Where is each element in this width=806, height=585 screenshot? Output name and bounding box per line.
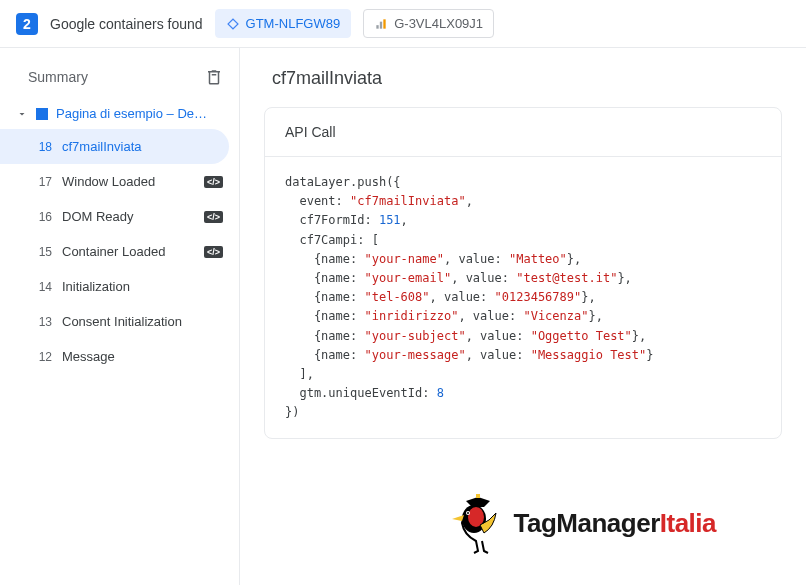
page-indicator-icon xyxy=(36,108,48,120)
analytics-icon xyxy=(374,17,388,31)
event-name-label: Consent Initialization xyxy=(62,314,223,329)
page-title-label: Pagina di esempio – De… xyxy=(56,106,223,121)
event-number: 18 xyxy=(34,140,52,154)
events-list: 18cf7mailInviata17Window Loaded</>16DOM … xyxy=(0,129,239,374)
svg-rect-1 xyxy=(380,21,382,28)
brand-text: TagManagerItalia xyxy=(514,508,716,539)
code-badge-icon: </> xyxy=(204,246,223,258)
summary-label: Summary xyxy=(28,69,88,85)
svg-rect-0 xyxy=(377,25,379,29)
event-item[interactable]: 13Consent Initialization xyxy=(0,304,239,339)
event-number: 15 xyxy=(34,245,52,259)
api-call-title: API Call xyxy=(265,108,781,157)
event-number: 14 xyxy=(34,280,52,294)
event-name-label: Initialization xyxy=(62,279,223,294)
ga-id-label: G-3VL4LX09J1 xyxy=(394,16,483,31)
event-name-label: Container Loaded xyxy=(62,244,194,259)
clear-icon[interactable] xyxy=(205,68,223,86)
ga-container-chip[interactable]: G-3VL4LX09J1 xyxy=(363,9,494,38)
event-number: 13 xyxy=(34,315,52,329)
svg-rect-3 xyxy=(476,494,480,498)
gtm-id-label: GTM-NLFGW89 xyxy=(246,16,341,31)
event-number: 17 xyxy=(34,175,52,189)
event-item[interactable]: 16DOM Ready</> xyxy=(0,199,239,234)
page-row[interactable]: Pagina di esempio – De… xyxy=(0,98,239,129)
top-bar: 2 Google containers found GTM-NLFGW89 G-… xyxy=(0,0,806,48)
gtm-tag-icon xyxy=(226,17,240,31)
event-name-label: Window Loaded xyxy=(62,174,194,189)
event-item[interactable]: 18cf7mailInviata xyxy=(0,129,229,164)
containers-found-label: Google containers found xyxy=(50,16,203,32)
summary-header: Summary xyxy=(0,68,239,98)
event-number: 12 xyxy=(34,350,52,364)
event-item[interactable]: 14Initialization xyxy=(0,269,239,304)
event-number: 16 xyxy=(34,210,52,224)
event-item[interactable]: 12Message xyxy=(0,339,239,374)
event-item[interactable]: 15Container Loaded</> xyxy=(0,234,239,269)
event-name-label: DOM Ready xyxy=(62,209,194,224)
svg-point-7 xyxy=(467,512,469,514)
event-name-label: Message xyxy=(62,349,223,364)
svg-rect-2 xyxy=(384,19,386,28)
event-name-label: cf7mailInviata xyxy=(62,139,213,154)
api-call-panel: API Call dataLayer.push({ event: "cf7mai… xyxy=(264,107,782,439)
event-item[interactable]: 17Window Loaded</> xyxy=(0,164,239,199)
api-call-code: dataLayer.push({ event: "cf7mailInviata"… xyxy=(265,157,781,438)
woodpecker-icon xyxy=(446,491,510,555)
event-heading: cf7mailInviata xyxy=(272,68,782,89)
sidebar: Summary Pagina di esempio – De… 18cf7mai… xyxy=(0,48,240,585)
gtm-container-chip[interactable]: GTM-NLFGW89 xyxy=(215,9,352,38)
containers-count-badge: 2 xyxy=(16,13,38,35)
code-badge-icon: </> xyxy=(204,211,223,223)
code-badge-icon: </> xyxy=(204,176,223,188)
chevron-down-icon xyxy=(16,108,28,120)
brand-logo: TagManagerItalia xyxy=(446,491,716,555)
